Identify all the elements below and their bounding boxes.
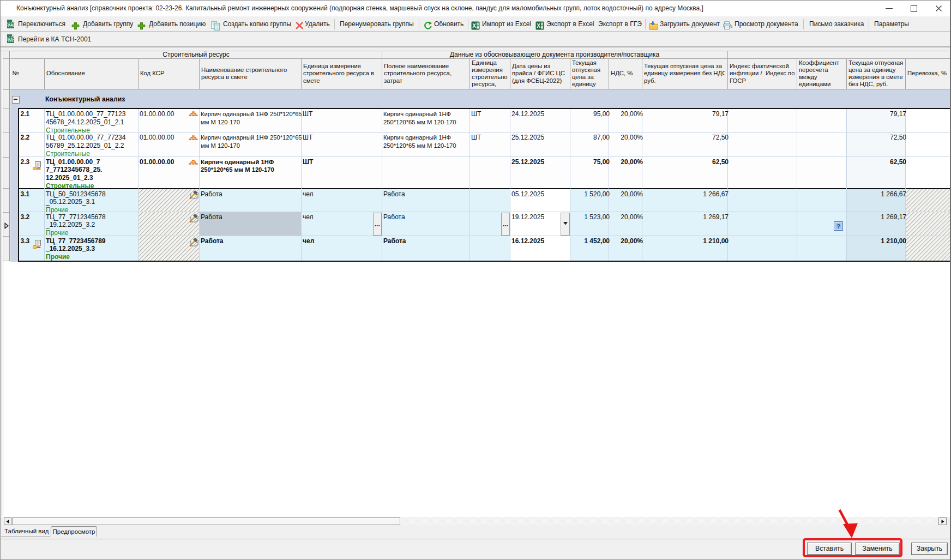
svg-text:X: X (472, 23, 476, 29)
svg-text:X: X (537, 23, 540, 29)
svg-text:КА: КА (8, 38, 13, 41)
svg-text:КА: КА (8, 23, 13, 27)
